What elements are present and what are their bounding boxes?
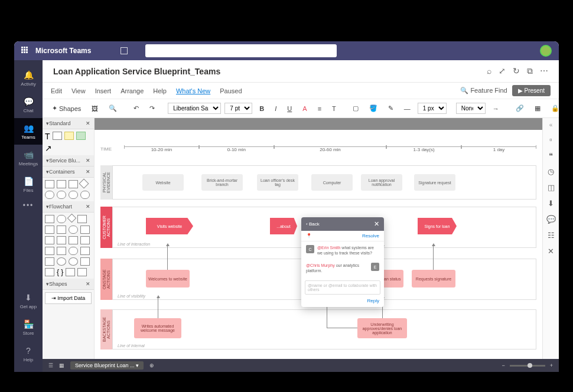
customer-step[interactable]: Signs for loan (418, 218, 457, 234)
menubar: Edit View Insert Arrange Help What's New… (43, 83, 559, 99)
import-data-button[interactable]: ⇥ Import Data (45, 292, 92, 304)
link-icon[interactable]: 🔗 (512, 103, 528, 114)
onstage-step[interactable]: Requests signature (412, 270, 455, 288)
fill-icon[interactable]: ▢ (349, 103, 362, 114)
more-icon[interactable]: ••• (23, 201, 34, 210)
rail-getapp[interactable]: ⬇Get app (14, 288, 43, 314)
lock-icon[interactable]: 🔒 (548, 103, 559, 114)
font-select[interactable]: Liberation Sans (168, 103, 221, 114)
menu-edit[interactable]: Edit (51, 87, 62, 94)
customer-step[interactable]: ...about (270, 218, 297, 234)
zoom-slider[interactable] (528, 363, 532, 368)
menu-view[interactable]: View (71, 87, 86, 94)
line-style[interactable]: — (401, 103, 414, 114)
canvas[interactable]: TIME 10-20 min 0-10 min 20-60 min 1-3 da… (95, 118, 542, 359)
whats-new-link[interactable]: What's New (176, 87, 210, 94)
rail-files[interactable]: 📄Files (14, 171, 43, 198)
page-title: Loan Application Service Blueprint_Teams (53, 67, 220, 76)
collapse-icon[interactable]: ⤢ (499, 66, 506, 76)
feature-find[interactable]: 🔍 Feature Find (460, 87, 507, 94)
group-containers[interactable]: ▾ Containers✕ (43, 166, 94, 178)
arrow-end-icon[interactable]: → (489, 103, 503, 114)
align-icon[interactable]: ≡ (314, 103, 325, 114)
undo-icon[interactable]: ↶ (130, 103, 142, 114)
menu-arrange[interactable]: Arrange (121, 87, 144, 94)
underline-icon[interactable]: U (284, 103, 295, 114)
collapse-icon[interactable]: « (549, 122, 553, 128)
back-button[interactable]: ‹ Back (306, 221, 320, 227)
present-button[interactable]: ▶ Present (512, 85, 551, 96)
group-shapes[interactable]: ▾ Shapes✕ (43, 279, 94, 290)
block-shape[interactable] (76, 132, 86, 140)
evidence-box[interactable]: Brick-and-mortar branch (201, 174, 243, 191)
line-none[interactable]: None (456, 103, 486, 114)
evidence-box[interactable]: Signature request (414, 174, 455, 191)
zoom-in-icon[interactable]: + (550, 362, 553, 368)
evidence-box[interactable]: Computer (311, 174, 353, 191)
backstage-step[interactable]: Underwriting approves/denies loan applic… (357, 318, 407, 338)
open-external-icon[interactable]: ⧉ (527, 66, 533, 76)
shapes-toggle[interactable]: ✦ Shapes (48, 103, 84, 114)
group-flowchart[interactable]: ▾ Flowchart✕ (43, 201, 94, 213)
list-icon[interactable]: ☰ (48, 362, 53, 368)
zoom-out-icon[interactable]: − (502, 362, 504, 368)
sheet-tab[interactable]: Service Blueprint Loan ... ▾ (70, 361, 144, 370)
search-icon[interactable]: 🔍 (105, 103, 121, 114)
bold-icon[interactable]: B (256, 103, 268, 114)
evidence-box[interactable]: Website (142, 174, 184, 191)
layers-icon[interactable]: ▦ (531, 103, 544, 114)
rail-help[interactable]: ?Help (14, 341, 43, 367)
group-service[interactable]: ▾ Service Blu...✕ (43, 155, 94, 166)
rail-teams[interactable]: 👥Teams (14, 118, 43, 145)
text-format-icon[interactable]: T (328, 103, 340, 114)
close-icon[interactable]: ✕ (86, 120, 90, 126)
pencil-icon[interactable]: ✎ (385, 103, 397, 114)
refresh-icon[interactable]: ↻ (513, 66, 520, 76)
rail-store[interactable]: 🏪Store (14, 314, 43, 341)
layers-icon[interactable]: ◫ (548, 183, 555, 192)
download-icon[interactable]: ⬇ (548, 199, 554, 208)
tools-icon[interactable]: ✕ (548, 247, 554, 256)
comment-input[interactable]: @name or @email to collaborate with othe… (305, 280, 380, 295)
evidence-box[interactable]: Loan officer's desk tag (257, 174, 298, 191)
rail-chat[interactable]: 💬Chat (14, 92, 43, 118)
lane-evidence: PHYSICAL EVIDENCE Website Brick-and-mort… (100, 165, 536, 200)
chat-icon[interactable]: 💬 (546, 215, 556, 224)
italic-icon[interactable]: I (271, 103, 280, 114)
image-icon[interactable]: 🖼 (88, 103, 102, 114)
pin-icon[interactable]: 📍 (306, 233, 312, 239)
page-icon[interactable]: ▫ (549, 135, 552, 144)
data-icon[interactable]: ☷ (548, 231, 555, 240)
close-icon[interactable]: ✕ (374, 220, 379, 228)
clock-icon[interactable]: ◷ (548, 167, 554, 176)
redo-icon[interactable]: ↷ (146, 103, 158, 114)
avatar[interactable] (540, 45, 552, 57)
resolve-button[interactable]: Resolve (362, 233, 379, 239)
menu-help[interactable]: Help (153, 87, 167, 94)
grid-icon[interactable]: ▦ (59, 362, 64, 368)
evidence-box[interactable]: Loan approval notification (361, 174, 402, 191)
more-icon[interactable]: ⋯ (540, 66, 548, 76)
popout-icon[interactable] (121, 47, 128, 54)
rail-meetings[interactable]: 📹Meetings (14, 145, 43, 171)
customer-step-selected[interactable]: Visits website (146, 218, 193, 234)
group-standard[interactable]: ▾ Standard✕ (43, 118, 94, 129)
note-shape[interactable] (64, 132, 74, 140)
add-sheet-icon[interactable]: ⊕ (149, 362, 154, 368)
onstage-step[interactable]: Welcomes to website (146, 270, 190, 288)
paint-icon[interactable]: 🪣 (366, 103, 381, 114)
rect-shape[interactable] (53, 132, 62, 140)
rail-activity[interactable]: 🔔Activity (14, 65, 43, 92)
stroke-select[interactable]: 1 px (418, 103, 447, 114)
reply-button[interactable]: Reply (301, 298, 384, 307)
search-input[interactable] (145, 44, 337, 57)
line-shape[interactable]: ↗ (45, 143, 52, 153)
comment-toggle-icon[interactable]: ⌕ (487, 66, 491, 76)
size-select[interactable]: 7 pt (224, 103, 252, 114)
app-launcher-icon[interactable] (21, 47, 30, 55)
text-color-icon[interactable]: A (299, 103, 310, 114)
quote-icon[interactable]: ❝ (549, 151, 553, 160)
backstage-step[interactable]: Writes automated welcome message (134, 318, 181, 338)
menu-insert[interactable]: Insert (95, 87, 112, 94)
text-shape[interactable]: T (45, 132, 50, 141)
